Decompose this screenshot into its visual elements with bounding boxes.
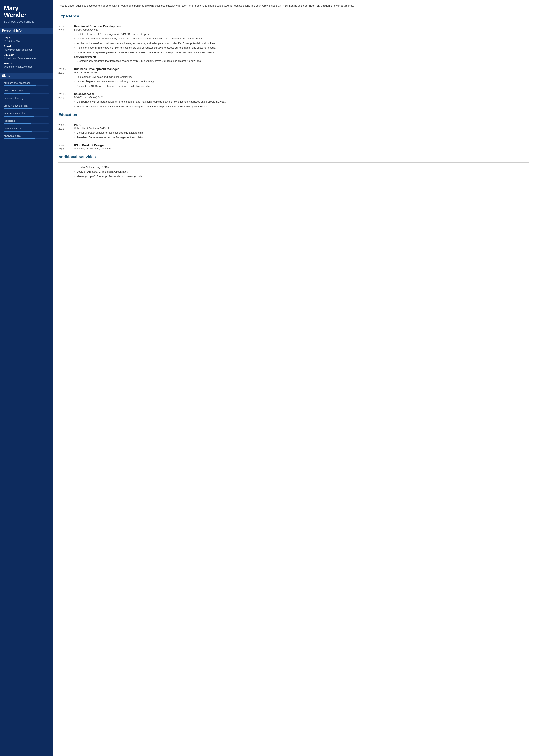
skill-bar-background [4,123,49,124]
skills-list: omnichannel processes D2C ecommerce fina… [4,81,49,139]
skill-name: financial planning [4,96,49,99]
personal-linkedin: LinkedIn linkedin.com/in/maryzwender [4,53,49,60]
skill-bar-background [4,100,49,101]
skill-bar-fill [4,100,29,101]
education-section-title: Education [58,113,529,118]
key-bullet-item: Created 2 new programs that increased re… [74,59,529,63]
entry-dates: 2013 -2016 [58,67,74,89]
personal-email: E-mail maryzwender@gmail.com [4,45,49,51]
skill-bar-background [4,85,49,86]
skill-item: analytical skills [4,135,49,139]
bullet-item: Worked with cross-functional teams of en… [74,41,529,45]
skill-item: communication [4,127,49,132]
experience-list: 2016 -2019 Director of Business Developm… [58,24,529,109]
personal-phone: Phone 619-203-7714 [4,36,49,42]
skill-name: analytical skills [4,135,49,137]
experience-entry: 2011 -2013 Sales Manager IntelliRounds G… [58,92,529,109]
bullets-list: Collaborated with corporate leadership, … [74,100,529,108]
skill-bar-background [4,116,49,117]
skill-name: D2C ecommerce [4,89,49,92]
edu-degree: BS in Product Design [74,144,529,147]
summary-text: Results-driven business development dire… [58,4,529,10]
entry-dates: 2016 -2019 [58,24,74,64]
skill-bar-fill [4,108,32,109]
skill-bar-fill [4,123,31,124]
education-list: 2009 -2011 MBA University of Southern Ca… [58,123,529,151]
skill-item: omnichannel processes [4,81,49,86]
skill-item: D2C ecommerce [4,89,49,94]
edu-degree: MBA [74,123,529,126]
skills-heading: Skills [0,73,52,79]
key-achievement-bullets: Created 2 new programs that increased re… [74,59,529,63]
skill-item: product development [4,104,49,109]
skill-bar-fill [4,85,36,86]
entry-content: Director of Business Development ScreenR… [74,24,529,64]
bullet-item: Led teams of 25+ sales and marketing emp… [74,75,529,79]
personal-info-list: Phone 619-203-7714 E-mail maryzwender@gm… [4,36,49,68]
bullet-item: Collaborated with corporate leadership, … [74,100,529,104]
skills-section: Skills omnichannel processes D2C ecommer… [4,73,49,139]
edu-dates: 2009 -2011 [58,123,74,140]
personal-info-heading: Personal Info [0,28,52,34]
bullets-list: Led development of 2 new programs in $4M… [74,32,529,54]
skill-bar-background [4,131,49,132]
edu-content: BS in Product Design University of Calif… [74,144,529,151]
experience-section-title: Experience [58,14,529,19]
main-content: Results-driven business development dire… [52,0,535,756]
bullet-item: Led development of 2 new programs in $4M… [74,32,529,36]
job-title: Sales Manager [74,92,529,95]
skill-item: leadership [4,119,49,124]
edu-school: University of California, Berkeley [74,147,529,150]
edu-content: MBA University of Southern California Da… [74,123,529,140]
experience-entry: 2016 -2019 Director of Business Developm… [58,24,529,64]
skill-name: communication [4,127,49,130]
entry-dates: 2011 -2013 [58,92,74,109]
candidate-title: Business Development [4,20,49,23]
additional-divider [58,162,529,163]
bullet-item: Outsourced conceptual engineers to liais… [74,50,529,54]
skill-bar-background [4,108,49,109]
skill-bar-fill [4,138,35,139]
education-entry: 2009 -2011 MBA University of Southern Ca… [58,123,529,140]
sidebar: MaryWender Business Development Personal… [0,0,52,756]
personal-twitter: Twitter twitter.com/maryzwender [4,62,49,68]
skill-bar-fill [4,93,30,94]
company-name: ScreenRoom 3D, Inc. [74,28,529,31]
edu-dates: 2005 -2009 [58,144,74,151]
skill-item: interpersonal skills [4,112,49,117]
skill-bar-fill [4,131,33,132]
bullet-item: Increased customer retention by 30% thro… [74,105,529,108]
entry-content: Sales Manager IntelliRounds Global, LLC … [74,92,529,109]
additional-bullet-item: Head of Volunteering, NBDA. [74,165,529,169]
additional-bullet-item: Mentor group of 25 sales professionals i… [74,175,529,178]
skill-bar-background [4,138,49,139]
additional-section-title: Additional Activities [58,155,529,160]
job-title: Director of Business Development [74,24,529,28]
bullet-item: Cut costs by $1.1M yearly through redesi… [74,84,529,88]
skill-bar-fill [4,116,34,117]
company-name: Duskenkin Electronics [74,71,529,74]
candidate-name: MaryWender [4,5,49,18]
additional-bullet-item: Board of Directors, MAR Student Observat… [74,170,529,174]
skill-name: omnichannel processes [4,81,49,84]
bullet-item: Grew sales by 50% in 15 months by adding… [74,37,529,40]
skill-bar-background [4,93,49,94]
bullets-list: Led teams of 25+ sales and marketing emp… [74,75,529,88]
edu-bullets-list: Daniel M. Potter Scholar for business st… [74,131,529,139]
company-name: IntelliRounds Global, LLC [74,96,529,99]
edu-bullet-item: President, Entrepreneur & Venture Manage… [74,135,529,139]
education-entry: 2005 -2009 BS in Product Design Universi… [58,144,529,151]
bullet-item: Landed 20 global accounts in 8 months th… [74,79,529,83]
additional-list: Head of Volunteering, NBDA.Board of Dire… [74,165,529,178]
skill-item: financial planning [4,96,49,101]
edu-school: University of Southern California [74,127,529,130]
edu-bullet-item: Daniel M. Potter Scholar for business st… [74,131,529,135]
job-title: Business Development Manager [74,67,529,70]
skill-name: product development [4,104,49,107]
experience-entry: 2013 -2016 Business Development Manager … [58,67,529,89]
bullet-item: Held informational interviews with 50+ k… [74,46,529,50]
entry-content: Business Development Manager Duskenkin E… [74,67,529,89]
key-achievement-label: Key Achievement: [74,55,529,58]
skill-name: leadership [4,119,49,122]
skill-name: interpersonal skills [4,112,49,115]
